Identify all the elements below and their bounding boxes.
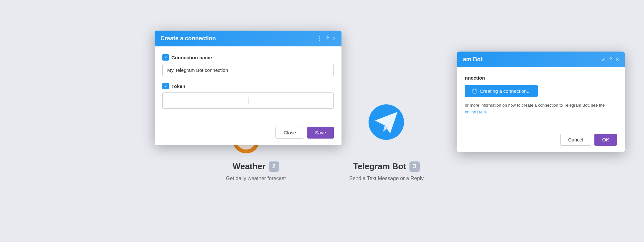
main-dialog-header: Create a connection ⋮ ? × — [155, 31, 341, 46]
connection-name-label: ✓ Connection name — [162, 54, 334, 61]
connection-name-input[interactable] — [162, 64, 334, 76]
loading-spinner — [472, 89, 477, 94]
telegram-icon — [351, 87, 422, 158]
main-dots-icon[interactable]: ⋮ — [317, 35, 322, 42]
token-input-wrapper — [162, 92, 334, 109]
main-dialog-title: Create a connection — [160, 35, 216, 42]
online-help-link[interactable]: online Help — [465, 110, 486, 114]
connection-label: nnection — [465, 75, 617, 81]
secondary-dialog: am Bot ⋮ ⤢ ? × nnection Creating a conne… — [457, 52, 625, 152]
secondary-dialog-body: nnection Creating a connection... or mor… — [457, 67, 625, 129]
secondary-cancel-button[interactable]: Cancel — [560, 134, 591, 146]
telegram-subtitle: Send a Text Message or a Reply — [349, 176, 424, 181]
token-field-row: ✓ Token — [162, 83, 334, 109]
main-dialog-footer: Close Save — [155, 123, 341, 145]
secondary-dots-icon[interactable]: ⋮ — [592, 56, 598, 63]
secondary-close-icon[interactable]: × — [616, 57, 619, 63]
connection-name-field-row: ✓ Connection name — [162, 54, 334, 76]
secondary-dialog-header: am Bot ⋮ ⤢ ? × — [457, 52, 625, 67]
main-question-icon[interactable]: ? — [326, 36, 329, 42]
token-label: ✓ Token — [162, 83, 334, 89]
save-button[interactable]: Save — [307, 127, 334, 139]
main-close-icon[interactable]: × — [333, 36, 336, 42]
telegram-module-card: Telegram Bot 3 Send a Text Message or a … — [349, 87, 424, 181]
main-dialog: Create a connection ⋮ ? × ✓ Connection n… — [155, 31, 341, 145]
main-header-controls: ⋮ ? × — [317, 35, 336, 42]
creating-connection-button[interactable]: Creating a connection... — [465, 85, 538, 97]
telegram-badge: 3 — [409, 161, 420, 172]
secondary-maximize-icon[interactable]: ⤢ — [601, 57, 605, 62]
secondary-ok-button[interactable]: OK — [594, 134, 617, 146]
secondary-dialog-footer: Cancel OK — [457, 129, 625, 152]
token-label-icon: ✓ — [162, 83, 169, 89]
connection-name-icon: ✓ — [162, 54, 169, 61]
main-dialog-body: ✓ Connection name ✓ Token — [155, 46, 341, 123]
secondary-dialog-title: am Bot — [463, 56, 483, 63]
text-cursor — [248, 97, 248, 104]
secondary-header-controls: ⋮ ⤢ ? × — [592, 56, 619, 63]
creating-connection-section: nnection Creating a connection... or mor… — [465, 75, 617, 116]
telegram-title: Telegram Bot 3 — [353, 161, 419, 172]
weather-title: Weather 2 — [233, 161, 279, 172]
creating-text: Creating a connection... — [480, 88, 531, 94]
weather-badge: 2 — [269, 161, 279, 172]
weather-subtitle: Get daily weather forecast — [226, 176, 286, 181]
info-text-paragraph: or more information on how to create a c… — [465, 102, 617, 116]
close-button[interactable]: Close — [275, 127, 304, 139]
secondary-question-icon[interactable]: ? — [609, 57, 612, 63]
